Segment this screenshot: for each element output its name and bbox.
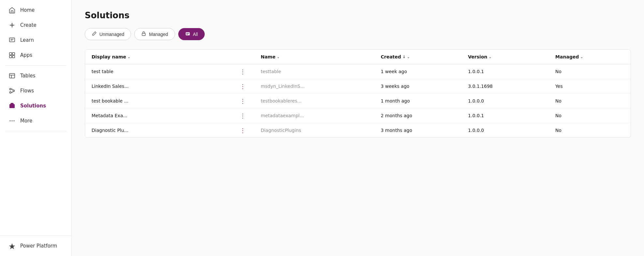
cell-created-0: 1 week ago: [374, 64, 461, 79]
home-icon: [8, 7, 16, 14]
table-row: Diagnostic Plu... ⋮ DiagnosticPlugins 3 …: [85, 123, 631, 138]
sidebar-item-more[interactable]: More: [2, 113, 69, 128]
all-icon: [185, 31, 190, 37]
svg-point-7: [13, 90, 15, 92]
cell-managed-1: Yes: [549, 79, 631, 94]
cell-version-4: 1.0.0.0: [461, 123, 549, 138]
cell-created-4: 3 months ago: [374, 123, 461, 138]
sidebar-bottom: Power Platform: [0, 235, 71, 253]
svg-rect-4: [12, 56, 15, 58]
sidebar-item-power-platform-label: Power Platform: [20, 243, 57, 249]
svg-rect-1: [9, 53, 12, 55]
filter-managed-button[interactable]: Managed: [134, 28, 175, 40]
table-body: test table ⋮ testtable 1 week ago 1.0.0.…: [85, 64, 631, 138]
svg-rect-3: [9, 56, 12, 58]
table-header-row: Display name ⌄ Name ⌄ Created: [85, 50, 631, 64]
more-icon: [8, 117, 16, 124]
cell-created-2: 1 month ago: [374, 94, 461, 108]
flows-icon: [8, 87, 16, 94]
sidebar-item-create-label: Create: [20, 22, 37, 28]
create-icon: [8, 22, 16, 29]
table-row: Metadata Exa... ⋮ metadataexampl... 2 mo…: [85, 108, 631, 123]
name-sort[interactable]: Name ⌄: [261, 54, 280, 59]
solutions-icon: [8, 102, 16, 109]
cell-display-name-3: Metadata Exa...: [85, 108, 238, 123]
sidebar: Home Create Learn Apps: [0, 0, 72, 256]
col-header-version[interactable]: Version ⌄: [461, 50, 549, 64]
version-sort[interactable]: Version ⌄: [468, 54, 491, 59]
solutions-table-container: Display name ⌄ Name ⌄ Created: [85, 49, 631, 138]
sidebar-item-flows-label: Flows: [20, 88, 34, 94]
cell-created-3: 2 months ago: [374, 108, 461, 123]
cell-name-2: testbookableres...: [254, 94, 374, 108]
managed-sort-icon: ⌄: [580, 55, 583, 59]
sidebar-item-learn-label: Learn: [20, 37, 34, 43]
filter-managed-label: Managed: [149, 32, 168, 37]
name-sort-icon: ⌄: [277, 55, 280, 59]
col-header-display-name[interactable]: Display name ⌄: [85, 50, 238, 64]
main-content: Solutions Unmanaged Managed: [72, 0, 644, 256]
tables-icon: [8, 72, 16, 79]
svg-point-12: [12, 120, 13, 121]
cell-dots-0[interactable]: ⋮: [238, 64, 254, 79]
sidebar-item-flows[interactable]: Flows: [2, 83, 69, 98]
cell-version-1: 3.0.1.1698: [461, 79, 549, 94]
filter-bar: Unmanaged Managed All: [85, 28, 631, 40]
sidebar-item-apps[interactable]: Apps: [2, 48, 69, 63]
cell-managed-3: No: [549, 108, 631, 123]
sidebar-item-learn[interactable]: Learn: [2, 33, 69, 48]
svg-rect-14: [142, 33, 145, 36]
sidebar-item-create[interactable]: Create: [2, 18, 69, 33]
sidebar-item-solutions-label: Solutions: [20, 103, 46, 109]
cell-version-2: 1.0.0.0: [461, 94, 549, 108]
svg-rect-15: [186, 32, 190, 35]
cell-dots-4[interactable]: ⋮: [238, 123, 254, 138]
pencil-icon: [92, 31, 97, 37]
cell-display-name-4: Diagnostic Plu...: [85, 123, 238, 138]
sidebar-item-more-label: More: [20, 118, 32, 124]
display-name-sort[interactable]: Display name ⌄: [92, 54, 130, 59]
sidebar-item-tables-label: Tables: [20, 73, 36, 79]
filter-unmanaged-label: Unmanaged: [99, 32, 124, 37]
svg-rect-5: [9, 73, 15, 78]
cell-name-3: metadataexampl...: [254, 108, 374, 123]
cell-dots-3[interactable]: ⋮: [238, 108, 254, 123]
version-sort-icon: ⌄: [489, 55, 491, 59]
cell-managed-2: No: [549, 94, 631, 108]
svg-rect-10: [11, 105, 13, 107]
filter-all-label: All: [193, 32, 198, 37]
power-platform-icon: [8, 242, 16, 249]
sidebar-divider-2: [5, 131, 66, 131]
filter-all-button[interactable]: All: [178, 28, 205, 40]
col-header-managed[interactable]: Managed ⌄: [549, 50, 631, 64]
sidebar-item-power-platform[interactable]: Power Platform: [2, 238, 69, 253]
col-header-name[interactable]: Name ⌄: [254, 50, 374, 64]
cell-managed-4: No: [549, 123, 631, 138]
svg-point-11: [10, 120, 11, 121]
cell-name-0: testtable: [254, 64, 374, 79]
col-header-created[interactable]: Created ↓ ⌄: [374, 50, 461, 64]
cell-version-3: 1.0.0.1: [461, 108, 549, 123]
sidebar-item-home[interactable]: Home: [2, 3, 69, 18]
display-name-sort-icon: ⌄: [127, 55, 130, 59]
sidebar-item-apps-label: Apps: [20, 52, 32, 58]
svg-rect-2: [12, 53, 15, 55]
svg-point-13: [14, 120, 15, 121]
cell-dots-2[interactable]: ⋮: [238, 94, 254, 108]
cell-name-4: DiagnosticPlugins: [254, 123, 374, 138]
learn-icon: [8, 37, 16, 44]
created-sort-desc-icon: ↓: [402, 55, 406, 59]
sidebar-item-tables[interactable]: Tables: [2, 68, 69, 83]
created-sort[interactable]: Created ↓ ⌄: [381, 54, 410, 59]
filter-unmanaged-button[interactable]: Unmanaged: [85, 28, 131, 40]
sidebar-item-home-label: Home: [20, 7, 35, 13]
sidebar-item-solutions[interactable]: Solutions: [2, 98, 69, 113]
svg-rect-0: [9, 38, 15, 42]
cell-version-0: 1.0.0.1: [461, 64, 549, 79]
cell-managed-0: No: [549, 64, 631, 79]
col-header-dots: [238, 50, 254, 64]
managed-sort[interactable]: Managed ⌄: [555, 54, 583, 59]
table-row: test table ⋮ testtable 1 week ago 1.0.0.…: [85, 64, 631, 79]
lock-icon: [141, 31, 146, 37]
cell-dots-1[interactable]: ⋮: [238, 79, 254, 94]
